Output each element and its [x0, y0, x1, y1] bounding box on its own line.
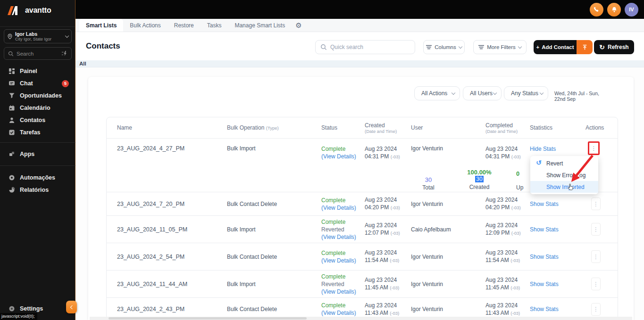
sidebar-item-chat[interactable]: Chat 5: [0, 77, 75, 90]
all-tab-label: All: [79, 61, 86, 66]
status-reverted: Reverted: [321, 226, 365, 233]
completed-date: Aug 23 2024: [485, 302, 530, 309]
menu-item-revert[interactable]: ↺ Revert: [530, 157, 598, 169]
import-contacts-button[interactable]: [577, 40, 593, 54]
col-header-completed-label: Completed: [485, 122, 530, 129]
bulk-actions-card: All Actions All Users Any Status Wed, 24…: [88, 77, 634, 320]
add-contact-button[interactable]: + Add Contact: [534, 40, 577, 54]
status-complete: Complete: [321, 249, 365, 257]
stats-toggle-link[interactable]: Show Stats: [530, 201, 559, 207]
filter-any-status-select[interactable]: Any Status: [504, 86, 548, 100]
timezone: (-03): [511, 154, 521, 159]
menu-item-show-imported[interactable]: Show Imported: [530, 181, 598, 193]
sidebar-item-automacoes[interactable]: Automações: [0, 172, 75, 184]
row-actions-kebab[interactable]: ⋮: [591, 250, 601, 263]
chat-icon: [8, 80, 15, 87]
timezone: (-03): [510, 258, 520, 263]
sidebar-item-label: Contatos: [20, 117, 45, 123]
account-location: City Igor, State Igor: [15, 37, 51, 41]
row-actions: ⋮: [585, 250, 618, 263]
scrollbar-thumb[interactable]: [109, 317, 307, 320]
completed-time: 11:43 AM: [485, 310, 509, 316]
row-actions-kebab[interactable]: ⋮: [591, 223, 601, 236]
sidebar-item-apps[interactable]: Apps: [0, 148, 75, 160]
apps-icon: [8, 151, 15, 157]
tab-manage-smart-lists[interactable]: Manage Smart Lists: [228, 19, 292, 32]
menu-item-label: Revert: [546, 160, 563, 167]
notifications-button[interactable]: [607, 3, 621, 16]
stats-toggle-link[interactable]: Show Stats: [530, 226, 559, 233]
account-switcher[interactable]: Igor Labs City Igor, State Igor: [4, 29, 72, 43]
smart-list-tab-all[interactable]: All: [75, 60, 644, 67]
tab-smart-lists[interactable]: Smart Lists: [79, 19, 123, 32]
view-details-link[interactable]: (View Details): [321, 233, 365, 241]
view-details-link[interactable]: (View Details): [321, 288, 365, 295]
view-details-link[interactable]: (View Details): [321, 257, 365, 264]
status-complete: Complete: [321, 197, 365, 204]
date-range-label[interactable]: Wed, 24th Jul - Sun, 22nd Sep: [554, 90, 611, 102]
filter-status-value: Any Status: [511, 90, 538, 97]
sidebar-nav-main: Painel Chat 5 Oportunidades: [0, 65, 75, 139]
user-avatar[interactable]: IV: [625, 3, 638, 16]
more-filters-button[interactable]: More Filters: [473, 40, 527, 54]
sidebar-item-contatos[interactable]: Contatos: [0, 114, 75, 126]
refresh-button[interactable]: ↻ Refresh: [594, 40, 634, 54]
sidebar-divider: [0, 165, 75, 166]
chevron-down-icon: [493, 91, 497, 95]
sidebar-item-tarefas[interactable]: Tarefas: [0, 126, 75, 139]
filter-all-users-select[interactable]: All Users: [463, 86, 502, 100]
view-details-link[interactable]: (View Details): [321, 153, 365, 160]
quick-search-input[interactable]: [330, 44, 410, 50]
sidebar-search-input[interactable]: [17, 51, 59, 57]
stats-toggle-link[interactable]: Show Stats: [530, 306, 559, 312]
sidebar-divider: [0, 142, 75, 143]
filter-all-actions-select[interactable]: All Actions: [414, 86, 460, 100]
sidebar-item-relatorios[interactable]: Relatórios: [0, 184, 75, 196]
horizontal-scrollbar[interactable]: [90, 317, 632, 320]
plus-icon: +: [536, 44, 539, 50]
row-status: Complete (View Details): [321, 249, 365, 264]
row-user: Igor Venturin: [411, 254, 485, 260]
sidebar-search[interactable]: [4, 47, 72, 60]
timezone: (-03): [391, 205, 400, 210]
page-title: Contacts: [86, 41, 120, 51]
completed-time: 11:54 AM: [485, 257, 509, 263]
tab-tasks[interactable]: Tasks: [201, 19, 228, 32]
link-status-text: javascript:void(0);: [0, 313, 37, 320]
columns-button[interactable]: Columns: [423, 40, 465, 54]
annotation-red-box-kebab[interactable]: ⋮: [588, 141, 600, 155]
stat-created-percent: 100.00%: [458, 169, 501, 176]
completed-date: Aug 23 2024: [485, 145, 530, 153]
sidebar-item-painel[interactable]: Painel: [0, 65, 75, 77]
quick-search[interactable]: [315, 40, 415, 54]
tab-bulk-actions[interactable]: Bulk Actions: [123, 19, 167, 32]
view-details-link[interactable]: (View Details): [321, 204, 365, 212]
completed-date: Aug 23 2024: [485, 249, 530, 256]
sidebar-item-calendario[interactable]: Calendário: [0, 102, 75, 114]
contacts-tab-bar: Smart Lists Bulk Actions Restore Tasks M…: [75, 19, 644, 32]
top-bar: IV: [75, 0, 644, 19]
completed-time: 12:09 PM: [485, 230, 510, 236]
status-reverted: Reverted: [321, 280, 365, 288]
search-icon: [8, 51, 14, 57]
sidebar-item-oportunidades[interactable]: Oportunidades: [0, 90, 75, 102]
calendar-icon: [8, 105, 15, 111]
row-actions-kebab[interactable]: ⋮: [591, 278, 601, 290]
stats-toggle-link[interactable]: Show Stats: [530, 254, 559, 260]
created-time: 04:31 PM: [365, 153, 389, 160]
phone-button[interactable]: [590, 3, 603, 16]
row-status: Complete Reverted (View Details): [321, 218, 365, 241]
row-operation: Bulk Import: [227, 281, 321, 287]
tab-restore[interactable]: Restore: [167, 19, 201, 32]
view-details-link[interactable]: (View Details): [321, 309, 365, 317]
row-actions-kebab[interactable]: ⋮: [591, 303, 601, 316]
row-actions-kebab[interactable]: ⋮: [591, 197, 601, 210]
menu-item-show-error-log[interactable]: Show Error Log: [530, 169, 598, 181]
tab-settings-gear-icon[interactable]: ⚙: [292, 19, 305, 32]
sidebar-collapse-button[interactable]: [66, 301, 77, 313]
upload-icon: [582, 44, 588, 50]
stats-toggle-link[interactable]: Show Stats: [530, 281, 559, 287]
stats-toggle-link[interactable]: Hide Stats: [530, 146, 556, 152]
row-operation: Bulk Import: [227, 226, 321, 233]
row-name: 23_AUG_2024_2_54_PM: [107, 254, 227, 260]
